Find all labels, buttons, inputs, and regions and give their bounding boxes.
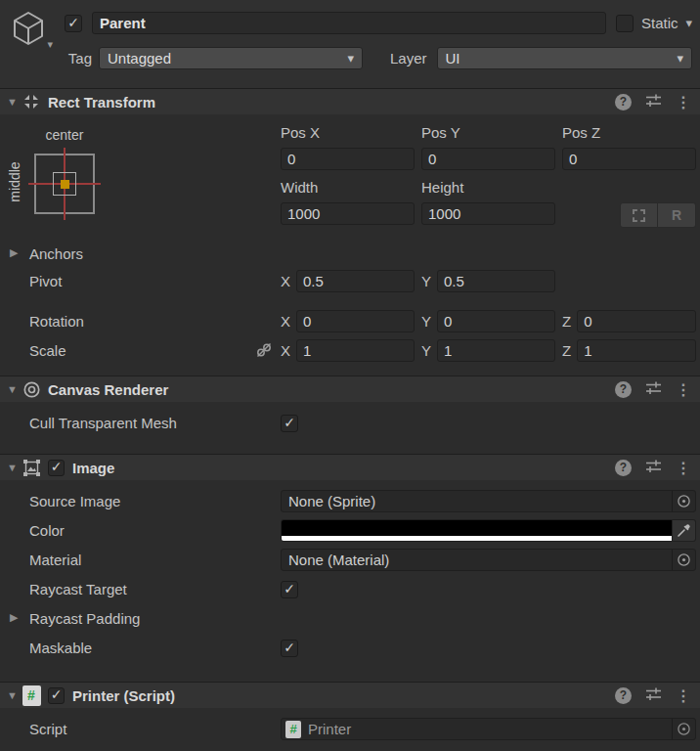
pivot-label: Pivot: [0, 273, 281, 289]
printer-enabled-checkbox[interactable]: ✓: [48, 687, 65, 704]
kebab-menu-icon[interactable]: ⋮: [676, 686, 691, 705]
pos-y-label: Pos Y: [421, 124, 555, 142]
anchors-foldout-icon[interactable]: ▶: [10, 246, 18, 259]
scale-y-field[interactable]: [437, 339, 555, 362]
presets-icon[interactable]: [645, 686, 662, 704]
component-title: Image: [72, 460, 615, 476]
help-icon[interactable]: ?: [615, 687, 632, 704]
check-icon: ✓: [284, 582, 295, 596]
rect-transform-icon: [22, 92, 41, 111]
help-icon[interactable]: ?: [615, 460, 632, 476]
script-label: Script: [0, 721, 281, 737]
foldout-open-icon[interactable]: ▼: [7, 383, 22, 395]
foldout-open-icon[interactable]: ▼: [7, 96, 22, 108]
chevron-down-icon: ▾: [677, 51, 683, 66]
height-label: Height: [421, 179, 555, 197]
rotation-y-input[interactable]: [438, 311, 554, 331]
cull-transparent-mesh-checkbox[interactable]: ✓: [281, 415, 298, 432]
object-picker-icon[interactable]: [672, 550, 695, 570]
pos-x-input[interactable]: [282, 149, 414, 169]
scale-y-axis-label: Y: [421, 342, 431, 359]
gameobject-cube-icon[interactable]: ▾: [10, 10, 49, 53]
pivot-y-axis-label: Y: [421, 273, 431, 289]
static-dropdown-caret[interactable]: ▾: [685, 16, 692, 30]
maskable-checkbox[interactable]: ✓: [281, 640, 298, 657]
scale-y-input[interactable]: [438, 340, 554, 361]
foldout-open-icon[interactable]: ▼: [7, 462, 22, 473]
unlinked-scale-icon[interactable]: [255, 341, 273, 359]
object-picker-icon[interactable]: [672, 491, 695, 511]
pivot-y-input[interactable]: [438, 271, 554, 291]
layer-label: Layer: [390, 50, 427, 66]
object-picker-icon[interactable]: [672, 719, 695, 739]
rotation-x-input[interactable]: [297, 311, 414, 331]
canvas-renderer-header: ▼ Canvas Renderer ? ⋮: [0, 376, 700, 402]
kebab-menu-icon[interactable]: ⋮: [676, 380, 691, 399]
material-field[interactable]: None (Material): [281, 549, 696, 571]
pivot-y-field[interactable]: [437, 270, 555, 292]
height-input[interactable]: [422, 203, 554, 224]
source-image-field[interactable]: None (Sprite): [281, 490, 696, 512]
pos-y-field[interactable]: [421, 148, 555, 170]
rotation-z-field[interactable]: [577, 310, 696, 332]
pos-z-field[interactable]: [562, 148, 696, 170]
static-checkbox[interactable]: [616, 15, 634, 32]
color-swatch-alpha-bar: [282, 536, 672, 541]
printer-script-body: Script # Printer: [0, 708, 700, 751]
anchor-preset-widget[interactable]: [34, 154, 95, 214]
pivot-x-input[interactable]: [297, 271, 414, 291]
presets-icon[interactable]: [645, 459, 662, 476]
width-input[interactable]: [282, 203, 414, 224]
kebab-menu-icon[interactable]: ⋮: [676, 93, 691, 111]
script-field[interactable]: # Printer: [281, 718, 696, 740]
rotation-z-input[interactable]: [578, 311, 695, 331]
pivot-x-field[interactable]: [296, 270, 415, 292]
check-icon: ✓: [51, 687, 63, 701]
image-body: Source Image None (Sprite) Color: [0, 480, 700, 682]
scale-z-input[interactable]: [578, 340, 695, 361]
layer-dropdown[interactable]: UI ▾: [437, 47, 692, 69]
canvas-renderer-body: Cull Transparent Mesh ✓: [0, 402, 700, 454]
color-swatch[interactable]: [281, 519, 673, 542]
check-icon: ✓: [284, 416, 295, 429]
eyedropper-button[interactable]: [673, 519, 696, 542]
blueprint-mode-button[interactable]: [620, 202, 658, 228]
tag-dropdown[interactable]: Untagged ▾: [99, 47, 363, 69]
scale-x-input[interactable]: [297, 340, 414, 361]
raw-edit-label: R: [672, 207, 681, 223]
material-label: Material: [0, 552, 281, 568]
kebab-menu-icon[interactable]: ⋮: [676, 459, 691, 477]
csharp-script-icon: #: [22, 685, 41, 705]
raw-edit-mode-button[interactable]: R: [658, 202, 696, 228]
rotation-label: Rotation: [0, 313, 281, 330]
scale-z-field[interactable]: [577, 339, 696, 362]
check-icon: ✓: [284, 641, 295, 654]
help-icon[interactable]: ?: [615, 381, 632, 398]
image-enabled-checkbox[interactable]: ✓: [48, 460, 65, 476]
gameobject-active-checkbox[interactable]: ✓: [65, 15, 82, 32]
height-field[interactable]: [421, 202, 555, 225]
color-label: Color: [0, 522, 281, 539]
image-header: ▼ ✓ Image ? ⋮: [0, 454, 700, 480]
anchor-horizontal-label: center: [34, 127, 95, 143]
rotation-y-field[interactable]: [437, 310, 555, 332]
pos-y-input[interactable]: [422, 149, 554, 169]
help-icon[interactable]: ?: [615, 94, 632, 110]
check-icon: ✓: [51, 460, 63, 473]
gameobject-header: ▾ ✓ Static ▾ Tag Untagged ▾ L: [0, 0, 700, 88]
chevron-down-icon: ▾: [347, 51, 354, 66]
width-field[interactable]: [281, 202, 415, 225]
pos-x-field[interactable]: [281, 148, 415, 170]
gameobject-icon-caret[interactable]: ▾: [47, 38, 53, 51]
raycast-padding-foldout-icon[interactable]: ▶: [10, 611, 18, 624]
presets-icon[interactable]: [645, 93, 662, 110]
pos-z-input[interactable]: [563, 149, 695, 169]
gameobject-name-input[interactable]: [93, 13, 605, 33]
foldout-open-icon[interactable]: ▼: [7, 689, 22, 701]
unity-inspector: ▾ ✓ Static ▾ Tag Untagged ▾ L: [0, 0, 700, 751]
rotation-x-field[interactable]: [296, 310, 415, 332]
presets-icon[interactable]: [645, 380, 662, 398]
scale-x-field[interactable]: [296, 339, 415, 362]
raycast-target-checkbox[interactable]: ✓: [281, 581, 298, 598]
gameobject-name-field[interactable]: [92, 12, 606, 34]
